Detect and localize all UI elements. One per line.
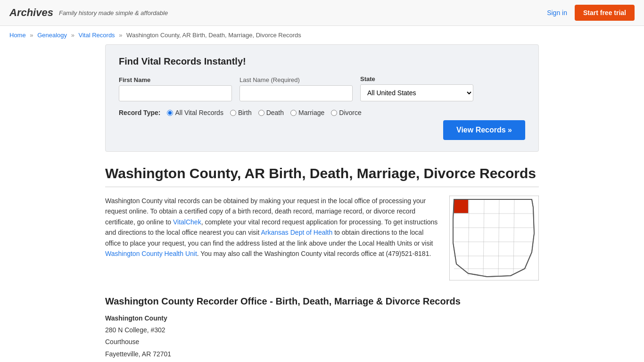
radio-birth[interactable]: Birth [230, 109, 252, 116]
arkansas-health-link[interactable]: Arkansas Dept of Health [261, 229, 333, 236]
address-hours: Hours of Operation: 8AM-4:30PM CST [105, 360, 539, 362]
radio-all-input[interactable] [167, 110, 173, 116]
record-type-row: Record Type: All Vital Records Birth Dea… [119, 109, 525, 116]
state-label: State [360, 75, 473, 82]
radio-marriage-input[interactable] [290, 110, 297, 116]
radio-death-input[interactable] [258, 110, 264, 116]
first-name-group: First Name [119, 76, 232, 101]
sign-in-link[interactable]: Sign in [547, 9, 567, 16]
page-title: Washington County, AR Birth, Death, Marr… [105, 165, 539, 182]
address-street: 280 N College, #302 [105, 324, 539, 336]
state-select[interactable]: All United States Alabama Alaska Arizona… [360, 84, 473, 101]
title-divider [105, 187, 539, 187]
breadcrumb-current: Washington County, AR Birth, Death, Marr… [126, 32, 301, 39]
radio-birth-input[interactable] [230, 110, 236, 116]
breadcrumb: Home » Genealogy » Vital Records » Washi… [0, 26, 644, 44]
site-tagline: Family history made simple & affordable [59, 9, 168, 16]
first-name-input[interactable] [119, 85, 232, 101]
recorder-section-title: Washington County Recorder Office - Birt… [105, 296, 539, 307]
header-right: Sign in Start free trial [547, 5, 635, 21]
address-type: Courthouse [105, 336, 539, 348]
breadcrumb-home[interactable]: Home [9, 32, 26, 39]
search-btn-row: View Records » [119, 120, 525, 140]
view-records-button[interactable]: View Records » [443, 120, 525, 140]
site-logo: Archives [9, 7, 53, 19]
content-text: Washington County vital records can be o… [105, 196, 438, 282]
content-area: Washington County vital records can be o… [105, 196, 539, 282]
svg-rect-10 [454, 199, 468, 213]
last-name-input[interactable] [239, 85, 353, 101]
search-fields: First Name Last Name (Required) State Al… [119, 75, 525, 101]
start-trial-button[interactable]: Start free trial [575, 5, 635, 21]
vitalchek-link[interactable]: VitalChek [173, 218, 201, 226]
radio-divorce-input[interactable] [331, 110, 337, 116]
address-block: Washington County 280 N College, #302 Co… [105, 313, 539, 362]
first-name-label: First Name [119, 76, 232, 83]
wc-health-link[interactable]: Washington County Health Unit [105, 250, 197, 257]
breadcrumb-vital-records[interactable]: Vital Records [79, 32, 115, 39]
search-box: Find Vital Records Instantly! First Name… [105, 44, 539, 152]
radio-all-vital[interactable]: All Vital Records [167, 109, 223, 116]
description-paragraph: Washington County vital records can be o… [105, 196, 438, 259]
header-left: Archives Family history made simple & af… [9, 7, 168, 19]
search-title: Find Vital Records Instantly! [119, 56, 525, 67]
state-group: State All United States Alabama Alaska A… [360, 75, 473, 101]
last-name-required: (Required) [271, 76, 300, 83]
last-name-label: Last Name (Required) [239, 76, 353, 83]
last-name-group: Last Name (Required) [239, 76, 353, 101]
address-name: Washington County [105, 313, 539, 324]
arkansas-map [449, 196, 539, 282]
site-header: Archives Family history made simple & af… [0, 0, 644, 26]
radio-divorce[interactable]: Divorce [331, 109, 361, 116]
state-map-svg [449, 196, 539, 280]
address-city: Fayetteville, AR 72701 [105, 348, 539, 360]
main-content: Find Vital Records Instantly! First Name… [96, 44, 548, 362]
radio-death[interactable]: Death [258, 109, 284, 116]
record-type-label: Record Type: [119, 109, 160, 116]
breadcrumb-genealogy[interactable]: Genealogy [37, 32, 67, 39]
radio-marriage[interactable]: Marriage [290, 109, 324, 116]
